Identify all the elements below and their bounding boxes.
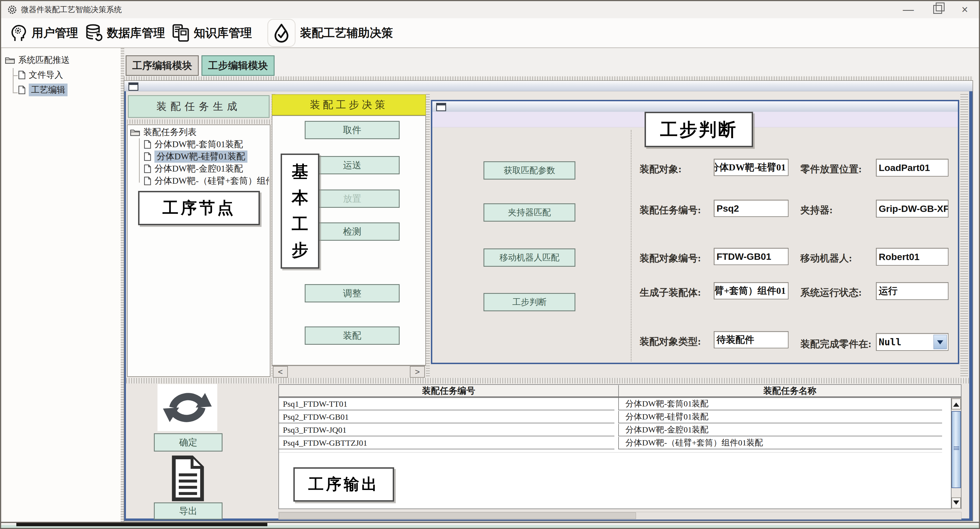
sub-assembly-field[interactable]: 臂+套筒）组件01 — [714, 282, 789, 299]
task-tree-item[interactable]: 分体DW靶-（硅臂+套筒）组件0 — [144, 175, 269, 187]
title-bar: 微器件装配工艺智能决策系统 — × — [1, 1, 979, 18]
part-place-position-field[interactable]: LoadPart01 — [876, 159, 948, 176]
tree-connector — [13, 92, 18, 93]
toolbar-label: 数据库管理 — [107, 25, 165, 41]
assembly-object-type-field[interactable]: 待装配件 — [714, 331, 789, 348]
table-cell[interactable]: 分体DW靶-金腔01装配 — [618, 424, 942, 436]
toolbar-item-user-management[interactable]: 用户管理 — [9, 23, 78, 43]
field-label: 装配完成零件在: — [800, 338, 872, 351]
restore-button[interactable] — [930, 2, 946, 17]
assembly-task-id-field[interactable]: Psq2 — [714, 200, 789, 217]
confirm-button[interactable]: 确定 — [154, 433, 223, 451]
finished-part-location-combo[interactable]: Null — [876, 333, 948, 351]
task-tree-root[interactable]: 装配任务列表 — [130, 126, 197, 138]
scroll-down-button[interactable] — [951, 497, 961, 508]
tab-splitter — [124, 76, 973, 80]
table-cell[interactable]: Psq2_FTDW-GB01 — [279, 411, 614, 423]
app-window: 微器件装配工艺智能决策系统 — × 用户管理 数据库管理 — [0, 0, 980, 529]
get-match-params-button[interactable]: 获取匹配参数 — [484, 161, 575, 180]
window-title: 微器件装配工艺智能决策系统 — [21, 1, 122, 18]
sync-icon-box — [158, 384, 217, 431]
table-cell[interactable]: 分体DW靶-硅臂01装配 — [618, 411, 942, 423]
field-label: 装配对象类型: — [640, 335, 701, 348]
mobile-robot-match-button[interactable]: 移动机器人匹配 — [484, 248, 575, 267]
triangle-up-icon — [953, 400, 959, 407]
table-cell[interactable]: Psq1_FTDW-TT01 — [279, 398, 614, 410]
export-document-icon — [167, 455, 209, 502]
user-brain-icon — [9, 23, 28, 43]
app-logo-gear-icon — [6, 4, 18, 15]
field-label: 装配对象: — [640, 163, 682, 176]
mobile-robot-field[interactable]: Robert01 — [876, 248, 948, 265]
judge-divider — [631, 130, 632, 361]
step-button-adjust[interactable]: 调整 — [305, 284, 399, 302]
restore-icon — [933, 5, 942, 14]
tree-connector — [13, 75, 18, 76]
step-button-assemble[interactable]: 装配 — [305, 326, 399, 345]
scroll-up-button[interactable] — [951, 399, 961, 410]
task-tree-item-selected[interactable]: 分体DW靶-硅臂01装配 — [144, 151, 247, 163]
mdi-border-right — [969, 91, 972, 521]
close-button[interactable]: × — [957, 2, 973, 17]
sidebar-root-node[interactable]: 系统匹配推送 — [5, 54, 70, 66]
scroll-right-button[interactable]: > — [410, 366, 425, 378]
table-cell[interactable]: 分体DW靶-（硅臂+套筒）组件01装配 — [618, 437, 942, 449]
export-button[interactable]: 导出 — [154, 502, 223, 519]
assembly-object-field[interactable]: 分体DW靶-硅臂01 — [714, 159, 789, 176]
scroll-left-button[interactable]: < — [273, 366, 288, 378]
folder-icon — [5, 56, 15, 64]
annotation-process-node: 工序节点 — [138, 191, 260, 225]
table-header-task-id: 装配任务编号 — [279, 385, 618, 398]
scrollbar-thumb[interactable] — [279, 512, 636, 519]
toolbar-item-assembly-decision[interactable] — [267, 19, 296, 47]
document-icon — [144, 176, 151, 185]
triangle-down-icon — [953, 500, 959, 508]
panel-splitter — [426, 94, 430, 378]
field-label: 系统运行状态: — [800, 286, 862, 299]
minimize-button[interactable]: — — [900, 2, 916, 17]
assembly-object-id-field[interactable]: FTDW-GB01 — [714, 248, 789, 265]
document-icon — [144, 140, 151, 149]
table-cell[interactable]: Psq3_FTDW-JQ01 — [279, 424, 614, 436]
system-run-state-field[interactable]: 运行 — [876, 282, 948, 300]
annotation-process-output: 工序输出 — [293, 467, 394, 502]
panel-splitter — [127, 119, 270, 124]
tab-process-edit-module[interactable]: 工序编辑模块 — [126, 56, 199, 76]
scrollbar-thumb[interactable] — [951, 411, 961, 488]
main-toolbar: 用户管理 数据库管理 知识库管理 — [1, 18, 979, 48]
table-cell[interactable]: Psq4_FTDW-GBTTZJ01 — [279, 437, 614, 449]
field-label: 生成子装配体: — [640, 286, 701, 299]
gripper-match-button[interactable]: 夹持器匹配 — [484, 203, 575, 222]
step-decision-panel-header: 装配工步决策 — [272, 94, 426, 115]
sidebar-item-file-import[interactable]: 文件导入 — [18, 69, 63, 81]
table-row-partial — [279, 450, 942, 453]
judge-title-bar[interactable] — [432, 101, 958, 112]
toolbar-item-knowledge-management[interactable]: 知识库管理 — [171, 23, 252, 43]
combo-dropdown-button[interactable] — [934, 335, 947, 349]
mdi-border-left — [124, 91, 126, 521]
horizontal-scrollbar[interactable] — [272, 365, 425, 378]
document-icon — [144, 164, 151, 173]
judge-window-icon — [436, 103, 446, 111]
scrollbar-grip — [954, 446, 959, 450]
bottom-dark-bar — [16, 523, 267, 526]
document-icon — [144, 152, 151, 161]
task-tree-item[interactable]: 分体DW靶-套筒01装配 — [144, 138, 243, 151]
sidebar-item-process-edit[interactable]: 工艺编辑 — [18, 84, 68, 96]
field-label: 装配对象编号: — [640, 252, 701, 265]
task-tree-item[interactable]: 分体DW靶-金腔01装配 — [144, 163, 243, 175]
sync-refresh-icon — [161, 387, 214, 428]
toolbar-item-database-management[interactable]: 数据库管理 — [84, 23, 165, 43]
document-icon — [18, 86, 25, 94]
table-cell[interactable]: 分体DW靶-套筒01装配 — [618, 398, 942, 410]
gripper-field[interactable]: Grip-DW-GB-XF-F — [876, 200, 948, 218]
annotation-step-judge: 工步判断 — [644, 112, 753, 147]
toolbar-label: 知识库管理 — [194, 25, 252, 41]
step-judge-button[interactable]: 工步判断 — [484, 293, 575, 311]
horizontal-splitter[interactable] — [126, 378, 969, 383]
tab-step-edit-module[interactable]: 工步编辑模块 — [202, 56, 275, 76]
toolbar-label-assembly-decision[interactable]: 装配工艺辅助决策 — [300, 25, 393, 41]
mdi-title-bar[interactable] — [124, 81, 972, 91]
step-button-pick[interactable]: 取件 — [305, 121, 399, 139]
tree-connector — [13, 68, 14, 93]
